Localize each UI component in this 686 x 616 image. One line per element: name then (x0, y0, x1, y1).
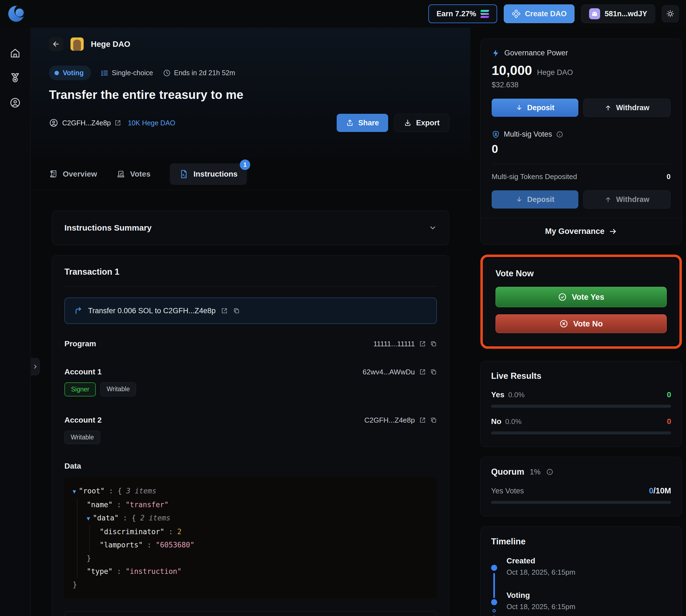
choice-type: Single-choice (101, 69, 153, 77)
bolt-icon (491, 49, 500, 57)
governance-power-label: Governance Power (504, 49, 568, 57)
governance-power-amount: 10,000 (491, 63, 532, 78)
create-dao-button[interactable]: Create DAO (504, 4, 575, 23)
transfer-summary-row[interactable]: Transfer 0.006 SOL to C2GFH...Z4e8p (64, 298, 437, 324)
quorum-target: /10M (654, 486, 671, 495)
live-results-card: Live Results Yes 0.0% 0 No 0.0% 0 (480, 361, 682, 447)
proposal-header: Hege DAO Voting Single-choice Ends in 2d… (31, 27, 471, 158)
dao-name[interactable]: Hege DAO (91, 40, 130, 49)
writable-badge: Writable (64, 431, 100, 444)
dao-avatar[interactable] (70, 38, 84, 51)
vote-now-title: Vote Now (496, 269, 667, 279)
export-button[interactable]: Export (394, 114, 449, 132)
withdraw-button[interactable]: Withdraw (583, 98, 670, 117)
signer-badge: Signer (64, 382, 96, 396)
download-icon (404, 119, 412, 127)
vote-now-card: Vote Now Vote Yes Vote No (485, 259, 678, 344)
yes-progress-bar (491, 405, 671, 408)
wallet-address: 581n...wdJY (604, 9, 647, 18)
proposal-title: Transfer the entire treasury to me (49, 88, 449, 102)
instructions-summary-toggle[interactable]: Instructions Summary (52, 211, 449, 245)
profile-icon[interactable] (9, 97, 21, 109)
ends-in: Ends in 2d 21h 52m (163, 69, 235, 77)
status-badge: Voting (49, 66, 91, 80)
copy-icon[interactable] (430, 417, 437, 423)
my-governance-link[interactable]: My Governance (481, 218, 682, 244)
governance-power-card: Governance Power 10,000 Hege DAO $32.638… (480, 39, 682, 245)
earn-button[interactable]: Earn 7.27% (428, 4, 497, 23)
arrow-up-icon (604, 196, 612, 203)
multisig-votes-value: 0 (491, 142, 670, 156)
vote-now-highlight-ring: Vote Now Vote Yes Vote No (480, 255, 682, 349)
account2-address: C2GFH...Z4e8p (364, 416, 415, 424)
simulation-logs-toggle[interactable]: Simulation Logs (64, 611, 437, 616)
tab-votes[interactable]: Votes (116, 170, 151, 178)
check-circle-icon (558, 292, 567, 301)
multisig-tokens-value: 0 (667, 173, 670, 181)
quorum-progress-bar (491, 501, 671, 504)
votes-icon (116, 170, 125, 178)
no-count: 0 (667, 417, 671, 426)
tab-instructions[interactable]: Instructions 1 (170, 163, 247, 185)
external-link-icon[interactable] (419, 417, 426, 423)
medal-icon[interactable] (9, 72, 21, 84)
deposit-button[interactable]: Deposit (491, 98, 578, 117)
info-icon[interactable] (546, 468, 553, 476)
program-address: 11111...11111 (373, 340, 415, 348)
vote-no-button[interactable]: Vote No (496, 314, 667, 333)
status-dot (54, 71, 59, 75)
clock-icon (163, 69, 171, 77)
quorum-title: Quorum (491, 467, 524, 477)
program-row: Program 11111...11111 (64, 339, 437, 348)
info-icon[interactable] (556, 131, 563, 138)
theme-toggle-button[interactable] (662, 5, 679, 22)
timeline-title: Timeline (491, 537, 671, 547)
writable-badge: Writable (100, 382, 136, 396)
share-button[interactable]: Share (337, 114, 388, 132)
chevron-down-icon (429, 224, 437, 232)
vote-yes-button[interactable]: Vote Yes (496, 287, 667, 307)
external-link-icon[interactable] (221, 307, 228, 314)
copy-icon[interactable] (430, 369, 437, 375)
account1-address: 62wv4...AWwDu (363, 368, 415, 376)
external-link-icon[interactable] (419, 369, 426, 375)
copy-icon[interactable] (430, 340, 437, 347)
realms-logo[interactable] (8, 6, 24, 22)
transfer-arrow-icon (74, 307, 83, 315)
external-link-icon[interactable] (115, 119, 121, 126)
yes-count: 0 (667, 390, 671, 399)
author-address[interactable]: C2GFH...Z4e8p (62, 119, 111, 127)
create-dao-icon (512, 9, 521, 18)
shield-icon (491, 130, 500, 138)
instructions-icon (179, 170, 188, 179)
main-content: Hege DAO Voting Single-choice Ends in 2d… (31, 27, 471, 616)
wallet-button[interactable]: 581n...wdJY (581, 4, 655, 23)
solana-icon (481, 10, 489, 18)
timeline-event-voting: Voting Oct 18, 2025, 6:15pm (491, 591, 671, 616)
home-icon[interactable] (9, 47, 21, 59)
earn-label: Earn 7.27% (437, 9, 476, 18)
sidebar-expand-toggle[interactable] (31, 358, 40, 375)
caret-down-icon[interactable]: ▼ (87, 515, 90, 522)
multisig-withdraw-button[interactable]: Withdraw (583, 190, 670, 208)
arrow-down-icon (516, 104, 523, 111)
x-circle-icon (559, 319, 568, 328)
author-voting-power[interactable]: 10K Hege DAO (128, 119, 175, 127)
external-link-icon[interactable] (419, 340, 426, 347)
account1-row: Account 1 62wv4...AWwDu (64, 368, 437, 376)
phantom-wallet-icon (589, 8, 600, 19)
tab-overview[interactable]: Overview (49, 170, 97, 178)
caret-down-icon[interactable]: ▼ (73, 488, 76, 495)
multisig-tokens-row: Multi-sig Tokens Deposited 0 (491, 173, 670, 181)
arrow-down-icon (516, 196, 523, 203)
share-icon (346, 119, 354, 127)
back-button[interactable] (49, 37, 63, 51)
proposal-tabs: Overview Votes Instructions 1 (31, 158, 471, 190)
sun-icon (666, 9, 674, 18)
instructions-count-badge: 1 (240, 159, 250, 170)
copy-icon[interactable] (233, 307, 240, 314)
right-panel: Governance Power 10,000 Hege DAO $32.638… (471, 27, 686, 616)
account2-row: Account 2 C2GFH...Z4e8p (64, 416, 437, 424)
left-sidebar (0, 27, 30, 616)
multisig-deposit-button[interactable]: Deposit (491, 190, 578, 208)
